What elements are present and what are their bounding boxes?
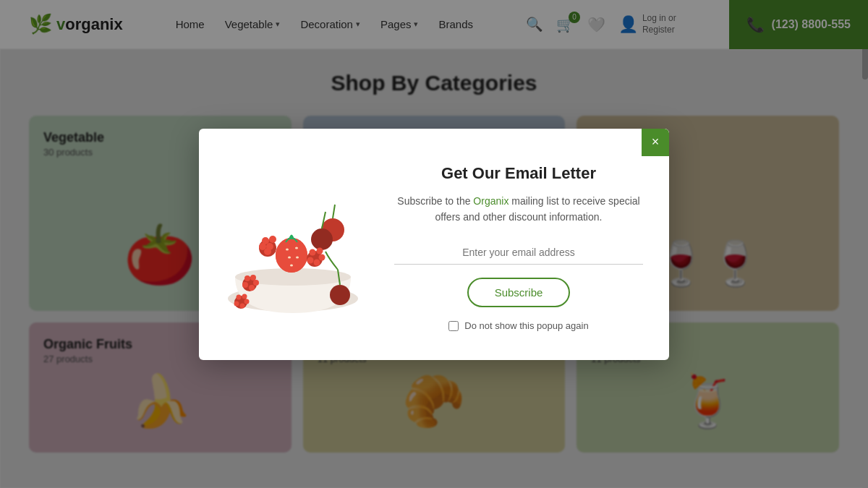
svg-point-26 — [244, 275, 250, 281]
svg-point-31 — [330, 285, 350, 305]
no-show-label[interactable]: Do not show this popup again — [464, 320, 588, 331]
svg-point-22 — [319, 254, 326, 260]
svg-point-11 — [296, 256, 299, 258]
svg-point-23 — [314, 259, 320, 265]
svg-point-9 — [295, 247, 298, 249]
svg-point-7 — [276, 238, 307, 273]
svg-point-30 — [242, 282, 248, 288]
modal-desc-prefix: Subscribe to the — [397, 195, 473, 207]
svg-point-20 — [310, 249, 316, 255]
subscribe-button[interactable]: Subscribe — [467, 278, 571, 307]
email-input[interactable] — [394, 241, 643, 265]
svg-point-37 — [240, 303, 245, 308]
fruit-bowl-illustration — [213, 161, 373, 328]
no-show-row: Do not show this popup again — [448, 320, 588, 331]
svg-point-15 — [269, 236, 276, 243]
svg-point-29 — [249, 285, 255, 291]
svg-point-8 — [286, 248, 289, 250]
no-show-checkbox[interactable] — [448, 321, 459, 331]
svg-point-3 — [311, 228, 333, 250]
modal-description: Subscribe to the Organix mailing list to… — [394, 193, 643, 226]
modal-brand-name: Organix — [473, 195, 509, 207]
svg-point-27 — [250, 275, 256, 281]
modal-content: Get Our Email Letter Subscribe to the Or… — [387, 129, 669, 360]
svg-point-10 — [288, 256, 291, 258]
svg-point-35 — [242, 294, 247, 299]
svg-point-24 — [307, 257, 314, 263]
svg-point-28 — [253, 280, 259, 286]
modal-close-button[interactable]: × — [642, 129, 669, 156]
svg-point-36 — [244, 299, 250, 304]
svg-point-34 — [237, 294, 242, 299]
modal-image-area — [199, 129, 387, 360]
modal-title: Get Our Email Letter — [441, 164, 596, 183]
svg-point-12 — [290, 264, 293, 266]
email-modal: × — [199, 129, 669, 360]
svg-line-4 — [333, 205, 335, 218]
modal-overlay: × — [0, 0, 868, 488]
svg-point-21 — [317, 247, 323, 254]
svg-point-38 — [234, 301, 239, 306]
svg-point-18 — [264, 248, 271, 255]
